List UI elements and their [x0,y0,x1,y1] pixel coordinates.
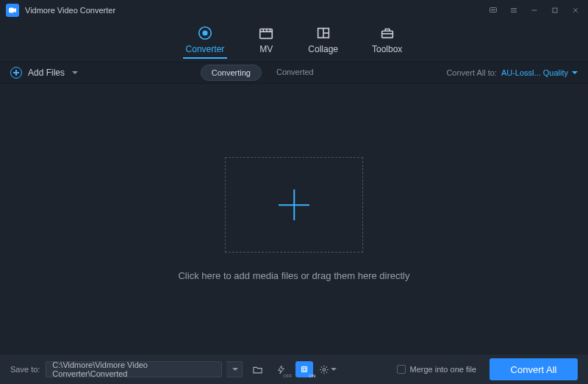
chevron-down-icon [572,71,578,74]
close-icon[interactable] [570,5,581,15]
chevron-down-icon [331,368,337,371]
svg-rect-25 [304,368,306,371]
merge-label: Merge into one file [410,365,477,374]
chevron-down-icon [232,368,238,371]
save-path-dropdown[interactable] [226,361,243,377]
convert-all-to-label: Convert All to: [446,68,496,77]
maximize-icon[interactable] [550,5,560,15]
tab-label: Converter [186,44,225,54]
chevron-down-icon [72,71,78,74]
tab-collage[interactable]: Collage [308,26,338,57]
settings-button[interactable] [319,361,337,377]
subbar: Add Files Converting Converted Convert A… [0,62,588,84]
convert-all-label: Convert All [511,364,557,375]
main-area: Click here to add media files or drag th… [0,84,588,355]
pill-converted[interactable]: Converted [266,65,324,81]
save-to-label: Save to: [10,365,40,374]
gpu-button[interactable]: ON [295,361,313,377]
add-files-label: Add Files [28,68,65,78]
pill-converting[interactable]: Converting [201,65,262,81]
menu-icon[interactable] [509,5,519,15]
app-logo [6,4,19,17]
open-folder-button[interactable] [248,361,266,377]
converter-icon [197,26,213,40]
mv-icon [258,26,274,40]
window-controls [488,5,581,15]
save-path-value: C:\Vidmore\Vidmore Video Converter\Conve… [52,361,215,378]
convert-all-button[interactable]: Convert All [490,358,578,380]
lightning-button[interactable]: OFF [272,361,290,377]
dropzone[interactable] [225,157,363,253]
svg-point-26 [323,368,326,371]
plus-circle-icon [10,67,22,79]
collage-icon [315,26,331,40]
format-dropdown[interactable]: AU-Lossl... Quality [501,68,578,77]
svg-rect-0 [10,8,14,12]
svg-point-13 [203,31,207,35]
toolbox-icon [379,26,395,40]
checkbox-icon [397,365,406,374]
svg-rect-24 [302,367,307,372]
drop-hint: Click here to add media files or drag th… [178,270,409,281]
tab-label: Toolbox [372,44,402,54]
tab-toolbox[interactable]: Toolbox [372,26,402,57]
plus-icon [279,189,309,220]
off-badge: OFF [283,374,292,378]
tab-label: MV [259,44,273,54]
on-badge: ON [309,374,315,378]
titlebar: Vidmore Video Converter [0,0,588,21]
svg-rect-9 [553,8,557,12]
add-files-button[interactable]: Add Files [10,67,78,79]
bottombar: Save to: C:\Vidmore\Vidmore Video Conver… [0,355,588,384]
convert-all-to: Convert All to: AU-Lossl... Quality [446,68,578,77]
svg-point-3 [493,10,494,10]
tab-label: Collage [308,44,338,54]
svg-rect-22 [381,31,392,37]
app-title: Vidmore Video Converter [25,6,488,15]
tab-converter[interactable]: Converter [186,26,225,57]
status-tabs: Converting Converted [78,65,446,81]
svg-point-2 [492,10,492,10]
save-path-field[interactable]: C:\Vidmore\Vidmore Video Converter\Conve… [46,361,222,377]
format-value: AU-Lossl... Quality [501,68,568,77]
feedback-icon[interactable] [488,5,498,15]
minimize-icon[interactable] [529,5,539,15]
svg-point-4 [495,10,495,10]
merge-checkbox[interactable]: Merge into one file [397,365,477,374]
main-tabs: Converter MV Collage Toolbox [0,21,588,62]
tab-mv[interactable]: MV [258,26,274,57]
